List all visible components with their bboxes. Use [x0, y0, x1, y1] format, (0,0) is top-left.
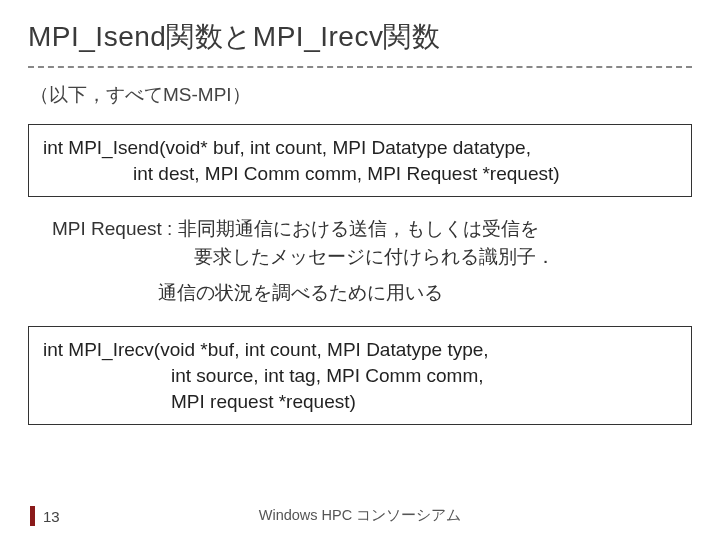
footer-text: Windows HPC コンソーシアム — [0, 506, 720, 525]
isend-signature-box: int MPI_Isend(void* buf, int count, MPI … — [28, 124, 692, 197]
isend-line1: int MPI_Isend(void* buf, int count, MPI … — [43, 135, 677, 161]
irecv-line1: int MPI_Irecv(void *buf, int count, MPI … — [43, 337, 677, 363]
slide-title: MPI_Isend関数とMPI_Irecv関数 — [28, 18, 692, 56]
irecv-line2: int source, int tag, MPI Comm comm, — [43, 363, 677, 389]
irecv-line3: MPI request *request) — [43, 389, 677, 415]
request-desc-line2: 通信の状況を調べるために用いる — [158, 280, 692, 306]
subnote: （以下，すべてMS-MPI） — [30, 82, 692, 108]
isend-line2: int dest, MPI Comm comm, MPI Request *re… — [43, 161, 677, 187]
request-description: MPI Request : 非同期通信における送信，もしくは受信を 要求したメッ… — [52, 215, 692, 270]
request-desc-line1b: 要求したメッセージに付けられる識別子． — [52, 243, 692, 271]
title-divider — [28, 66, 692, 68]
slide: MPI_Isend関数とMPI_Irecv関数 （以下，すべてMS-MPI） i… — [0, 0, 720, 540]
slide-footer: 13 Windows HPC コンソーシアム — [0, 496, 720, 526]
irecv-signature-box: int MPI_Irecv(void *buf, int count, MPI … — [28, 326, 692, 425]
request-desc-line1a: MPI Request : 非同期通信における送信，もしくは受信を — [52, 218, 539, 239]
